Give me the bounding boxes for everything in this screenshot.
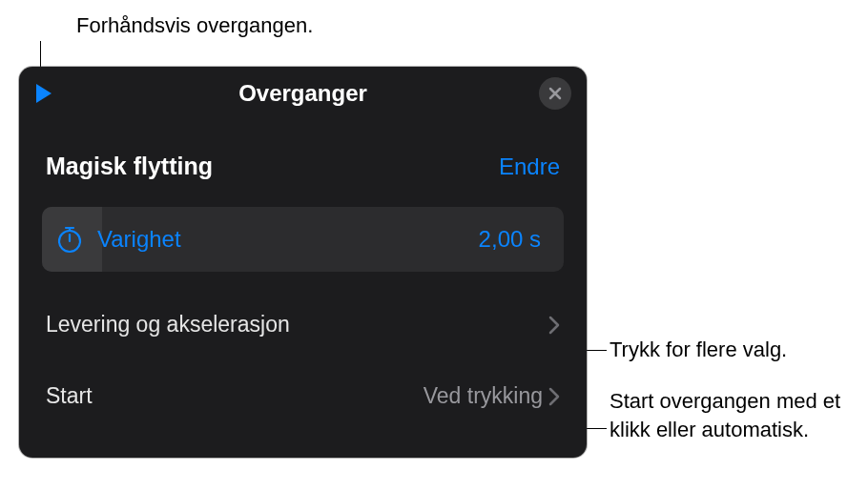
change-button[interactable]: Endre <box>499 153 560 180</box>
chevron-right-icon <box>548 387 560 406</box>
delivery-label: Levering og akselerasjon <box>46 312 290 338</box>
callout-preview-text: Forhåndsvis overgangen. <box>76 11 313 40</box>
callout-more-options-text: Trykk for flere valg. <box>610 336 787 364</box>
preview-play-button[interactable] <box>36 84 52 103</box>
timer-icon <box>55 225 84 254</box>
start-row[interactable]: Start Ved trykking <box>19 383 587 409</box>
start-value: Ved trykking <box>424 383 543 409</box>
panel-title: Overganger <box>238 80 367 107</box>
duration-slider[interactable]: Varighet 2,00 s <box>42 207 564 272</box>
transition-type-row: Magisk flytting Endre <box>19 153 587 180</box>
transition-type-label: Magisk flytting <box>46 153 213 180</box>
chevron-right-icon <box>548 316 560 335</box>
transitions-panel: Overganger Magisk flytting Endre Varighe… <box>19 67 587 458</box>
duration-label: Varighet <box>97 226 181 253</box>
start-label: Start <box>46 383 93 409</box>
duration-value: 2,00 s <box>479 226 541 253</box>
delivery-acceleration-row[interactable]: Levering og akselerasjon <box>19 312 587 338</box>
callout-start-text: Start overgangen med et klikk eller auto… <box>610 387 858 443</box>
panel-header: Overganger <box>19 67 587 120</box>
close-icon <box>548 86 563 101</box>
close-button[interactable] <box>539 77 571 110</box>
